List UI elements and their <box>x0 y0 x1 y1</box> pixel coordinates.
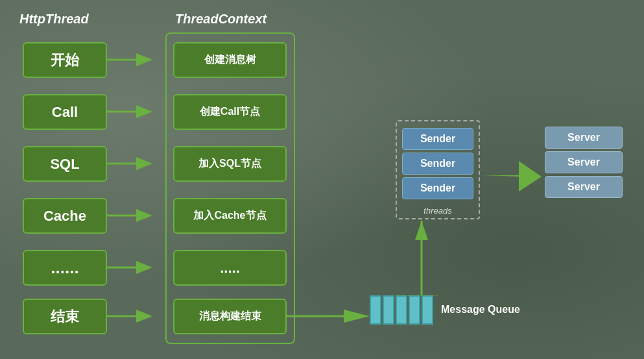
svg-marker-0 <box>107 53 152 66</box>
svg-marker-10 <box>107 310 152 323</box>
thread-context-outline <box>165 32 295 344</box>
threads-label: threads <box>397 206 479 216</box>
box-kaishi: 开始 <box>23 42 107 78</box>
mq-cell-3 <box>396 295 407 325</box>
box-msgend: 消息构建结束 <box>173 299 287 334</box>
box-dots2: ..... <box>173 250 287 286</box>
mq-cell-5 <box>422 295 433 325</box>
sender-box-3: Sender <box>402 177 473 199</box>
message-queue-label: Message Queue <box>441 304 520 316</box>
box-cj: 创建消息树 <box>173 42 287 78</box>
sender-group: Sender Sender Sender threads <box>396 120 480 219</box>
message-queue <box>370 295 435 325</box>
sender-box-2: Sender <box>402 153 473 175</box>
server-box-3: Server <box>545 176 623 198</box>
svg-marker-2 <box>107 105 152 118</box>
sender-box-1: Sender <box>402 128 473 150</box>
mq-cell-2 <box>383 295 394 325</box>
mq-cell-1 <box>370 295 381 325</box>
box-call: Call <box>23 94 107 130</box>
box-jieshu: 结束 <box>23 299 107 334</box>
diagram-container: HttpThread ThreadContext 开始 Call SQL Cac… <box>0 0 644 359</box>
server-box-1: Server <box>545 127 623 149</box>
box-sql-node: 加入SQL节点 <box>173 146 287 182</box>
box-sql: SQL <box>23 146 107 182</box>
box-cache-node: 加入Cache节点 <box>173 198 287 234</box>
thread-context-label: ThreadContext <box>175 12 267 27</box>
box-cjcall: 创建Call节点 <box>173 94 287 130</box>
server-group: Server Server Server <box>545 127 623 201</box>
svg-marker-16 <box>415 221 428 240</box>
svg-marker-8 <box>107 261 152 274</box>
svg-marker-17 <box>483 161 542 192</box>
box-cache: Cache <box>23 198 107 234</box>
server-box-2: Server <box>545 151 623 173</box>
mq-cell-4 <box>409 295 420 325</box>
box-dots: ...... <box>23 250 107 286</box>
http-thread-label: HttpThread <box>19 12 89 27</box>
svg-marker-6 <box>107 209 152 222</box>
svg-marker-4 <box>107 157 152 170</box>
svg-marker-13 <box>293 310 370 323</box>
